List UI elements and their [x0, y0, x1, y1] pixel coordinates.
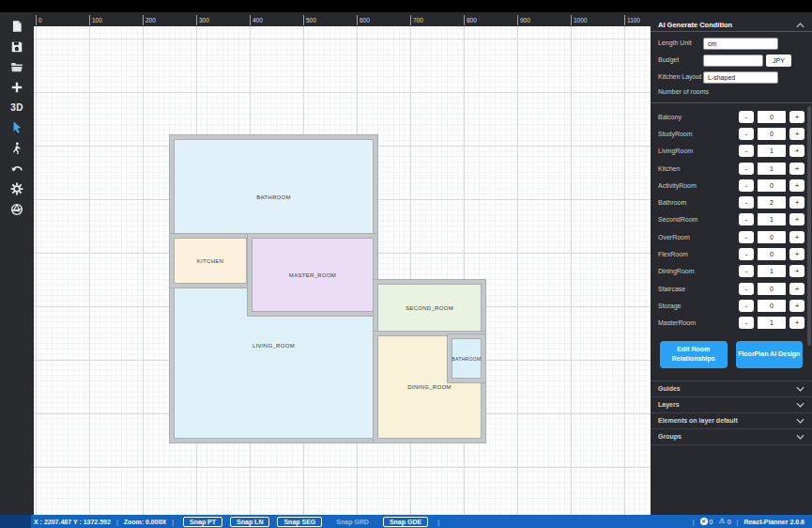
- settings-gear-icon[interactable]: [0, 179, 34, 200]
- decrement-button[interactable]: -: [739, 283, 754, 295]
- aperture-world-icon[interactable]: [0, 199, 34, 220]
- decrement-button[interactable]: -: [739, 300, 754, 312]
- section-label: Elements on layer default: [658, 417, 796, 424]
- panel-scrollbar[interactable]: [807, 106, 811, 346]
- ruler-tick: 600: [357, 15, 370, 25]
- counter-value: 1: [758, 213, 786, 225]
- statusbar-corner: [0, 515, 31, 528]
- increment-button[interactable]: +: [789, 231, 804, 243]
- section-layers[interactable]: Layers: [651, 396, 812, 412]
- counter-value: 1: [758, 317, 786, 329]
- ruler-tick: 0: [36, 15, 42, 25]
- increment-button[interactable]: +: [789, 128, 804, 140]
- chevron-down-icon: [796, 434, 804, 440]
- room-kitchen[interactable]: KITCHEN: [170, 234, 251, 287]
- ruler-tick: 500: [303, 15, 316, 25]
- increment-button[interactable]: +: [789, 163, 804, 175]
- room-label: BATHROOM: [452, 356, 481, 362]
- counter-label: ActivityRoom: [658, 182, 739, 189]
- section-label: Groups: [658, 433, 796, 440]
- snap-gde-toggle[interactable]: Snap GDE: [383, 517, 428, 527]
- decrement-button[interactable]: -: [739, 196, 754, 209]
- decrement-button[interactable]: -: [739, 248, 754, 260]
- pointer-icon[interactable]: [0, 117, 34, 138]
- edit-room-relationships-button[interactable]: Edit Room Relationships: [660, 341, 728, 368]
- panel-title: AI Generate Condition: [658, 21, 796, 29]
- ruler-tick: 200: [143, 15, 156, 25]
- decrement-button[interactable]: -: [739, 317, 754, 329]
- increment-button[interactable]: +: [789, 265, 804, 277]
- add-plus-icon[interactable]: [0, 77, 34, 98]
- section-elements-on-layer-default[interactable]: Elements on layer default: [651, 412, 812, 428]
- save-icon[interactable]: [0, 37, 34, 57]
- increment-button[interactable]: +: [789, 317, 804, 329]
- snap-grd-toggle[interactable]: Snap GRD: [329, 517, 375, 527]
- section-label: Guides: [658, 385, 796, 392]
- ruler-tick: 800: [464, 15, 477, 25]
- decrement-button[interactable]: -: [739, 163, 754, 175]
- kitchen-layout-label: Kitchen Layout: [658, 73, 703, 82]
- section-groups[interactable]: Groups: [651, 428, 812, 444]
- floorplan-ai-design-button[interactable]: FloorPlan AI Design: [736, 341, 804, 368]
- drawing-canvas[interactable]: 0 100 200 300 400 500 600 700 800 900 10…: [34, 12, 651, 515]
- counter-row-balcony: Balcony-0+: [658, 108, 804, 125]
- room-master[interactable]: MASTER_ROOM: [248, 234, 377, 316]
- snap-ln-toggle[interactable]: Snap LN: [230, 517, 269, 527]
- room-label: SECOND_ROOM: [406, 305, 453, 311]
- length-unit-input[interactable]: [703, 38, 778, 50]
- counter-label: MasterRoom: [658, 319, 739, 326]
- counter-row-secondroom: SecondRoom-1+: [658, 211, 804, 228]
- undo-icon[interactable]: [0, 159, 34, 179]
- length-unit-label: Length Unit: [658, 39, 703, 48]
- new-file-icon[interactable]: [0, 16, 34, 37]
- decrement-button[interactable]: -: [739, 179, 754, 192]
- increment-button[interactable]: +: [789, 145, 804, 157]
- section-guides[interactable]: Guides: [651, 380, 812, 396]
- decrement-button[interactable]: -: [739, 265, 754, 277]
- increment-button[interactable]: +: [789, 196, 804, 209]
- room-label: DINING_ROOM: [407, 384, 451, 390]
- decrement-button[interactable]: -: [739, 213, 754, 225]
- chevron-down-icon: [796, 402, 804, 408]
- increment-button[interactable]: +: [789, 179, 804, 192]
- open-folder-icon[interactable]: [0, 56, 34, 77]
- errors-icon: ✕: [700, 518, 708, 525]
- counter-row-storage: Storage-0+: [658, 297, 804, 314]
- counter-label: Bathroom: [658, 199, 739, 206]
- decrement-button[interactable]: -: [739, 145, 754, 157]
- increment-button[interactable]: +: [789, 248, 804, 260]
- grid-area[interactable]: LIVING_ROOM BATHROOM KITCHEN MASTER_ROOM…: [34, 26, 651, 515]
- counter-row-kitchen: Kitchen-1+: [658, 160, 804, 177]
- divider: [172, 519, 174, 525]
- warnings-icon: ⚠: [719, 518, 726, 525]
- ai-generate-panel: AI Generate Condition Length Unit Budget…: [651, 12, 812, 515]
- increment-button[interactable]: +: [789, 300, 804, 312]
- decrement-button[interactable]: -: [739, 111, 754, 123]
- left-toolbar: 3D: [0, 12, 34, 515]
- snap-seg-toggle[interactable]: Snap SEG: [277, 517, 322, 527]
- decrement-button[interactable]: -: [739, 128, 754, 140]
- counter-value: 0: [758, 231, 786, 243]
- counter-value: 0: [758, 128, 786, 140]
- snap-pt-toggle[interactable]: Snap PT: [183, 517, 222, 527]
- increment-button[interactable]: +: [789, 283, 804, 295]
- room-bathroom-small[interactable]: BATHROOM: [448, 334, 485, 382]
- budget-input[interactable]: [703, 54, 763, 67]
- decrement-button[interactable]: -: [739, 231, 754, 243]
- counter-label: Kitchen: [658, 165, 739, 172]
- panel-header-ai-generate[interactable]: AI Generate Condition: [651, 19, 812, 32]
- increment-button[interactable]: +: [789, 213, 804, 225]
- cursor-coordinates: X : 2207.487 Y : 1372.592: [34, 519, 111, 525]
- counter-row-livingroom: LivingRoom-1+: [658, 143, 804, 160]
- counter-row-masterroom: MasterRoom-1+: [658, 315, 804, 332]
- ruler-tick: 700: [410, 15, 423, 25]
- divider: [693, 519, 695, 525]
- kitchen-layout-input[interactable]: [703, 71, 778, 84]
- room-bathroom-top[interactable]: BATHROOM: [170, 135, 377, 238]
- first-person-walk-icon[interactable]: [0, 138, 34, 159]
- 3d-view-icon[interactable]: 3D: [0, 98, 34, 118]
- counter-row-bathroom: Bathroom-2+: [658, 194, 804, 210]
- room-second[interactable]: SECOND_ROOM: [374, 280, 485, 335]
- counter-value: 0: [758, 283, 786, 295]
- increment-button[interactable]: +: [789, 111, 804, 123]
